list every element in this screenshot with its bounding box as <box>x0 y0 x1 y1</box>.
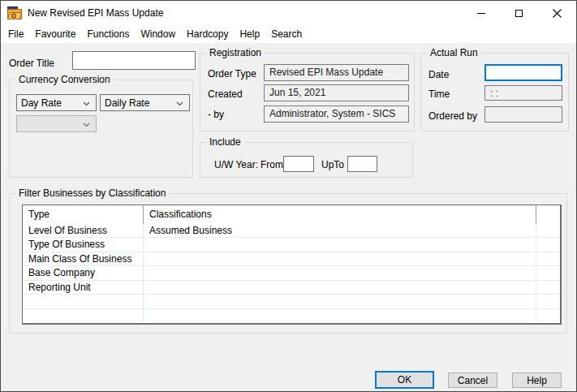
ok-button[interactable]: OK <box>375 371 434 389</box>
ordered-by-label: Ordered by <box>428 110 477 122</box>
type-cell: Type Of Business <box>23 238 144 251</box>
currency-conversion-title: Currency Conversion <box>15 74 114 85</box>
filter-businesses-title: Filter Businesses by Classification <box>15 187 169 199</box>
window-controls <box>462 1 576 25</box>
chevron-down-icon <box>176 97 183 109</box>
column-header-type[interactable]: Type <box>23 205 144 224</box>
menu-hardcopy[interactable]: Hardcopy <box>181 25 234 43</box>
date-label: Date <box>428 69 449 80</box>
app-folder-icon <box>7 6 22 19</box>
chevron-down-icon <box>83 97 90 109</box>
column-header-spacer <box>536 205 560 224</box>
classifications-cell <box>144 295 536 308</box>
classifications-cell: Assumed Business <box>144 224 536 237</box>
classifications-cell <box>144 252 536 265</box>
registration-title: Registration <box>206 47 265 58</box>
column-header-classifications[interactable]: Classifications <box>144 205 536 224</box>
minimize-icon[interactable] <box>462 1 500 25</box>
uw-year-label: U/W Year: <box>214 159 258 170</box>
uw-year-upto-input[interactable] <box>347 156 377 172</box>
type-cell: Base Company <box>23 266 144 279</box>
order-type-field: Revised EPI Mass Update <box>264 64 409 81</box>
chevron-down-icon <box>83 118 90 130</box>
time-field: : : <box>484 85 562 101</box>
order-type-label: Order Type <box>208 68 256 80</box>
menu-search[interactable]: Search <box>265 25 308 43</box>
type-cell: Reporting Unit <box>23 281 144 294</box>
currency-third-dropdown <box>16 115 97 132</box>
from-label: From <box>261 159 283 170</box>
table-row[interactable]: Base Company <box>23 266 560 280</box>
close-icon[interactable] <box>538 1 576 25</box>
type-cell <box>23 295 144 308</box>
window-title: New Revised EPI Mass Update <box>28 7 163 19</box>
dialog-new-revised-epi-mass-update: New Revised EPI Mass Update File Favouri… <box>0 0 577 392</box>
classifications-cell <box>144 238 536 251</box>
order-title-input[interactable] <box>72 51 196 70</box>
table-row[interactable]: Reporting Unit <box>23 281 560 295</box>
rate-type-dropdown[interactable]: Day Rate <box>16 94 97 111</box>
ordered-by-field <box>484 106 562 123</box>
classifications-cell <box>144 281 536 294</box>
date-input[interactable] <box>484 64 562 81</box>
uw-year-from-input[interactable] <box>283 156 314 172</box>
help-button[interactable]: Help <box>512 373 562 388</box>
classification-table: Type Classifications Level Of Business A… <box>22 205 562 325</box>
table-row[interactable]: Main Class Of Business <box>23 252 560 266</box>
include-title: Include <box>206 136 244 148</box>
created-by-label: - by <box>208 109 224 120</box>
menu-window[interactable]: Window <box>135 25 181 43</box>
classifications-cell <box>144 266 536 279</box>
classifications-cell <box>144 309 536 323</box>
type-cell <box>23 309 144 323</box>
rate-basis-value: Daily Rate <box>105 97 149 109</box>
menu-favourite[interactable]: Favourite <box>29 25 81 43</box>
order-title-label: Order Title <box>9 58 54 69</box>
menubar: File Favourite Functions Window Hardcopy… <box>1 25 576 43</box>
table-row[interactable]: Level Of Business Assumed Business <box>23 224 560 238</box>
created-by-field: Administrator, System - SICS <box>264 106 409 123</box>
actual-run-title: Actual Run <box>427 47 481 58</box>
table-header-row: Type Classifications <box>23 205 560 224</box>
table-row[interactable] <box>23 295 560 308</box>
cancel-button[interactable]: Cancel <box>448 373 497 388</box>
upto-label: UpTo <box>321 159 344 170</box>
titlebar: New Revised EPI Mass Update <box>1 1 576 25</box>
type-cell: Level Of Business <box>23 224 144 237</box>
rate-type-value: Day Rate <box>21 97 62 109</box>
menu-help[interactable]: Help <box>234 25 265 43</box>
created-label: Created <box>208 88 243 100</box>
type-cell: Main Class Of Business <box>23 252 144 265</box>
rate-basis-dropdown[interactable]: Daily Rate <box>100 94 190 111</box>
table-row[interactable]: Type Of Business <box>23 238 560 252</box>
menu-file[interactable]: File <box>2 25 29 43</box>
time-label: Time <box>428 88 450 100</box>
maximize-icon[interactable] <box>500 1 538 25</box>
table-row[interactable] <box>23 309 560 323</box>
menu-functions[interactable]: Functions <box>81 25 135 43</box>
created-field: Jun 15, 2021 <box>264 84 409 101</box>
